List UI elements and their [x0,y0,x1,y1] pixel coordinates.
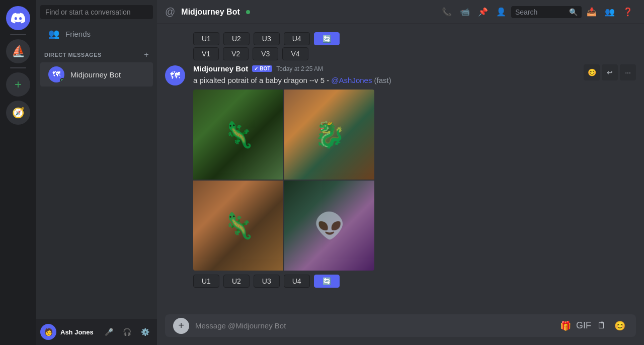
current-user-avatar: 🧑 [40,324,56,340]
dragon-face-2: 🐉 [314,120,345,149]
prev-refresh-button[interactable]: 🔄 [314,32,340,45]
midjourney-message: 🗺 Midjourney Bot ✓ BOT Today at 2:25 AM … [157,62,644,290]
prev-u3-button[interactable]: U3 [254,32,280,45]
bot-avatar: 🗺 [165,65,185,85]
sailboat-icon: ⛵ [12,45,25,58]
react-icon: 😊 [588,68,596,76]
at-symbol: @ [165,6,175,18]
user-avatar-icon: 🧑 [44,328,53,336]
channel-name: Midjourney Bot [181,8,239,17]
sticker-button[interactable]: 🗒 [594,318,610,334]
u-buttons-row: U1 U2 U3 U4 🔄 [193,275,636,288]
chat-messages: U1 U2 U3 U4 🔄 V1 V2 V3 V4 🗺 Midjourney B… [157,24,644,314]
add-member-button[interactable]: 👤 [493,4,509,20]
dragon-image-1[interactable]: 🦎 [193,90,283,180]
friends-icon: 👥 [48,28,59,39]
friends-nav-item[interactable]: 👥 Friends [40,24,153,43]
add-content-button[interactable]: + [173,318,189,334]
sticker-icon: 🗒 [597,320,606,331]
message-actions: 😊 ↩ ··· [584,64,636,80]
search-icon: 🔍 [569,8,578,16]
emoji-button[interactable]: 😊 [612,318,628,334]
settings-button[interactable]: ⚙️ [137,324,153,340]
dragon-face-3: 🦎 [223,211,254,240]
gift-button[interactable]: 🎁 [557,318,574,334]
online-status-dot [246,10,250,14]
search-placeholder: Search [515,8,537,16]
generated-images-grid: 🦎 🐉 🦎 👽 [193,90,374,271]
help-button[interactable]: ❓ [620,4,636,20]
dragon-face-1: 🦎 [223,120,254,149]
plus-icon: + [178,320,184,331]
dragon-face-4: 👽 [314,211,345,240]
find-conversation-input[interactable]: Find or start a conversation [40,5,153,19]
add-dm-button[interactable]: + [144,50,149,59]
gif-button[interactable]: GIF [576,318,592,334]
deafen-button[interactable]: 🎧 [119,324,135,340]
bot-avatar-icon: 🗺 [170,70,180,81]
pin-button[interactable]: 📌 [475,4,491,20]
add-server-button[interactable]: + [6,72,30,97]
online-indicator [60,78,64,82]
dragon-image-3[interactable]: 🦎 [193,181,283,271]
prev-u4-button[interactable]: U4 [284,32,310,45]
prev-v4-button[interactable]: V4 [282,47,308,60]
rail-separator-2 [10,67,26,68]
message-timestamp: Today at 2:25 AM [276,65,323,72]
dragon-image-2[interactable]: 🐉 [284,90,374,180]
prev-u1-button[interactable]: U1 [193,32,219,45]
explore-button[interactable]: 🧭 [6,101,30,125]
mute-button[interactable]: 🎤 [101,324,117,340]
u1-button[interactable]: U1 [193,275,219,288]
prev-u-buttons-row: U1 U2 U3 U4 🔄 [157,32,644,45]
reply-button[interactable]: ↩ [602,64,618,80]
dm-user-midjourney[interactable]: 🗺 Midjourney Bot [40,62,153,87]
gif-icon: GIF [576,320,591,331]
inbox-button[interactable]: 📥 [584,4,600,20]
u4-button[interactable]: U4 [284,275,310,288]
reply-icon: ↩ [607,68,613,76]
rail-separator [10,34,26,35]
react-button[interactable]: 😊 [584,64,600,80]
message-text: a pixalted potrait of a baby dragon --v … [193,75,636,85]
message-header: Midjourney Bot ✓ BOT Today at 2:25 AM [193,64,636,73]
bot-badge: ✓ BOT [252,65,272,72]
user-panel: 🧑 Ash Jones 🎤 🎧 ⚙️ [36,319,157,345]
message-content: Midjourney Bot ✓ BOT Today at 2:25 AM a … [193,64,636,288]
dm-sidebar: Find or start a conversation 👥 Friends D… [36,0,157,345]
server-rail: ⛵ + 🧭 [0,0,36,345]
dm-user-name: Midjourney Bot [70,70,121,79]
dm-user-avatar: 🗺 [48,66,64,82]
message-author: Midjourney Bot [193,64,248,73]
prev-v1-button[interactable]: V1 [193,47,219,60]
main-chat-area: @ Midjourney Bot 📞 📹 📌 👤 Search 🔍 📥 👥 ❓ … [157,0,644,345]
user-info: Ash Jones [60,328,94,336]
prev-v3-button[interactable]: V3 [253,47,278,60]
chat-input-area: + Message @Midjourney Bot 🎁 GIF 🗒 😊 [157,314,644,345]
refresh-button[interactable]: 🔄 [314,275,340,288]
u3-button[interactable]: U3 [254,275,280,288]
search-bar[interactable]: Search 🔍 [511,6,582,18]
input-actions: 🎁 GIF 🗒 😊 [557,318,628,334]
server-icon-sailboat[interactable]: ⛵ [6,39,30,63]
plus-icon: + [15,77,22,92]
mention[interactable]: @AshJones [331,76,372,84]
gift-icon: 🎁 [560,320,571,331]
video-button[interactable]: 📹 [457,4,473,20]
member-list-button[interactable]: 👥 [602,4,618,20]
call-button[interactable]: 📞 [439,4,455,20]
u2-button[interactable]: U2 [223,275,250,288]
topbar: @ Midjourney Bot 📞 📹 📌 👤 Search 🔍 📥 👥 ❓ [157,0,644,24]
current-user-name: Ash Jones [60,328,94,336]
emoji-icon: 😊 [614,320,625,331]
dragon-image-4[interactable]: 👽 [284,181,374,271]
prev-v-buttons-row: V1 V2 V3 V4 [157,47,644,60]
midjourney-avatar-icon: 🗺 [52,70,60,79]
more-options-button[interactable]: ··· [620,64,636,80]
prev-v2-button[interactable]: V2 [223,47,249,60]
message-input[interactable]: Message @Midjourney Bot [195,314,551,337]
discord-home-button[interactable] [6,6,30,30]
prev-u2-button[interactable]: U2 [223,32,250,45]
dm-section-header: Direct Messages + [36,47,157,62]
more-icon: ··· [625,68,631,76]
